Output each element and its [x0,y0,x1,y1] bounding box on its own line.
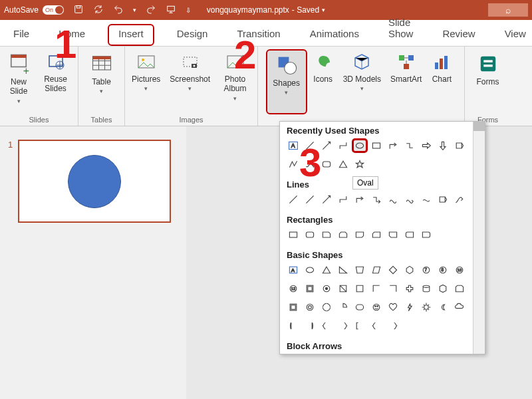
b25-icon[interactable] [319,300,334,315]
b12-icon[interactable]: 12 [285,281,301,296]
b18-icon[interactable] [385,281,401,296]
b13-icon[interactable] [302,281,318,296]
chart-button[interactable]: Chart [427,49,456,114]
r5-icon[interactable] [352,227,368,242]
b8-icon[interactable] [402,263,418,277]
line10-icon[interactable] [435,192,451,207]
b26-icon[interactable] [335,300,351,315]
r4-icon[interactable] [335,227,351,242]
autosave-toggle[interactable]: AutoSave On [4,5,64,15]
down-arrow-icon[interactable] [435,138,451,153]
filename[interactable]: vongquaymayman.pptx - Saved ▾ [207,5,325,15]
rect-icon[interactable] [368,138,384,153]
smartart-button[interactable]: SmartArt [386,49,426,114]
b35-icon[interactable] [302,319,318,333]
undo-icon[interactable] [113,4,124,17]
b20-icon[interactable] [418,281,434,296]
present-icon[interactable] [166,4,176,17]
b37-icon[interactable] [335,319,351,333]
b3-icon[interactable] [319,263,334,277]
b9-icon[interactable]: 7 [418,263,434,277]
chevron-down-icon[interactable]: ▾ [133,7,136,13]
line5-icon[interactable] [352,192,368,207]
tab-animations[interactable]: Animations [303,24,366,46]
b16-icon[interactable] [352,281,368,296]
forms-button[interactable]: Forms [472,49,504,114]
b14-icon[interactable] [319,281,334,296]
b1-icon[interactable]: A [285,263,301,277]
b36-icon[interactable] [319,319,334,333]
r2-icon[interactable] [302,227,318,242]
b40-icon[interactable] [385,319,401,333]
star-icon[interactable] [352,157,368,172]
screenshot-button[interactable]: Screenshot▾ [166,49,214,114]
redo-icon[interactable] [146,4,156,17]
tab-file[interactable]: File [7,24,36,46]
tab-slideshow[interactable]: Slide Show [382,13,420,46]
b39-icon[interactable] [368,319,384,333]
triangle-icon[interactable] [335,157,351,172]
search-box[interactable]: ⌕ [488,3,528,17]
b22-icon[interactable] [452,281,467,296]
line9-icon[interactable] [418,192,434,207]
sync-icon[interactable] [93,4,104,17]
b30-icon[interactable] [402,300,418,315]
pictures-button[interactable]: Pictures▾ [128,49,164,114]
line8-icon[interactable] [402,192,418,207]
table-button[interactable]: Table▾ [86,49,118,114]
r8-icon[interactable] [402,227,418,242]
b11-icon[interactable]: 10 [452,263,467,277]
r1-icon[interactable] [285,227,301,242]
b28-icon[interactable] [368,300,384,315]
shapes-button[interactable]: Shapes▾ [266,49,307,114]
b6-icon[interactable] [368,263,384,277]
oval-icon[interactable] [352,138,368,153]
tab-review[interactable]: Review [436,24,481,46]
tab-insert[interactable]: Insert [108,24,154,46]
b38-icon[interactable] [352,319,368,333]
line7-icon[interactable] [385,192,401,207]
elbow-arrow-icon[interactable] [385,138,401,153]
line4-icon[interactable] [335,192,351,207]
right-arrow-icon[interactable] [418,138,434,153]
r6-icon[interactable] [368,227,384,242]
line11-icon[interactable] [452,192,467,207]
b24-icon[interactable] [302,300,318,315]
save-icon[interactable] [73,4,84,17]
line2-icon[interactable] [302,192,318,207]
b4-icon[interactable] [335,263,351,277]
r9-icon[interactable] [418,227,434,242]
b31-icon[interactable] [418,300,434,315]
qat-more-icon[interactable]: ⇩ [186,7,191,14]
elbow2-icon[interactable] [402,138,418,153]
tab-view[interactable]: View [498,24,532,46]
b33-icon[interactable] [452,300,467,315]
r3-icon[interactable] [319,227,334,242]
b19-icon[interactable] [402,281,418,296]
b29-icon[interactable] [385,300,401,315]
b32-icon[interactable] [435,300,451,315]
toggle-switch[interactable]: On [43,5,64,15]
b21-icon[interactable] [435,281,451,296]
connector-icon[interactable] [335,138,351,153]
b5-icon[interactable] [352,263,368,277]
icons-button[interactable]: Icons [309,49,338,114]
b27-icon[interactable] [352,300,368,315]
dropdown-scrollbar[interactable] [473,122,485,354]
b17-icon[interactable] [368,281,384,296]
flowchart-icon[interactable] [452,138,467,153]
line3-icon[interactable] [319,192,334,207]
line6-icon[interactable] [368,192,384,207]
new-slide-button[interactable]: + New Slide▾ [3,49,35,114]
b2-icon[interactable] [302,263,318,277]
r7-icon[interactable] [385,227,401,242]
b7-icon[interactable] [385,263,401,277]
b34-icon[interactable] [285,319,301,333]
3d-models-button[interactable]: 3D Models▾ [339,49,385,114]
line1-icon[interactable] [285,192,301,207]
b15-icon[interactable] [335,281,351,296]
slide-thumbnail-1[interactable] [18,140,171,223]
b10-icon[interactable]: 8 [435,263,451,277]
tab-design[interactable]: Design [170,24,215,46]
b23-icon[interactable] [285,300,301,315]
